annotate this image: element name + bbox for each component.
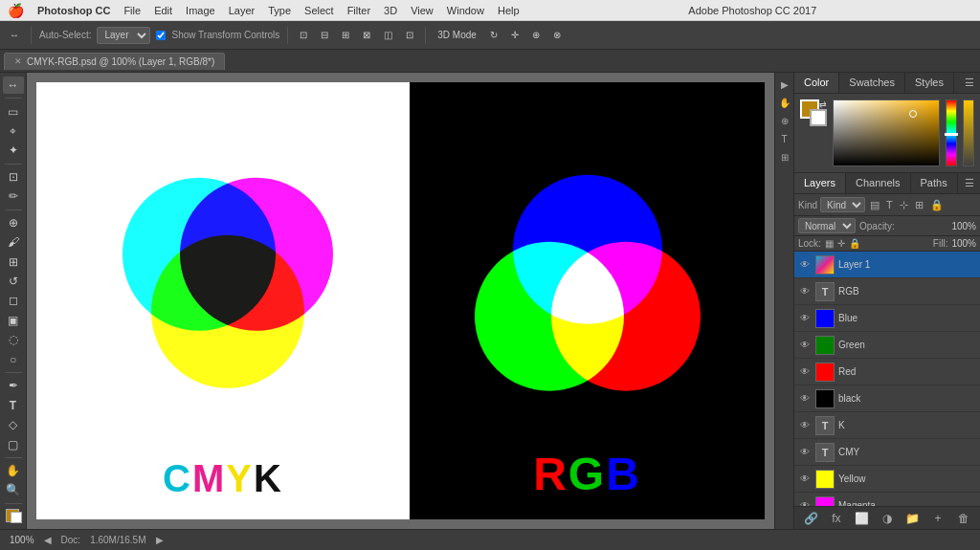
show-transform-checkbox[interactable] [156,31,166,40]
color-picker-dot[interactable] [909,110,917,118]
panel-arrow-3[interactable]: ⊕ [777,113,792,128]
layer-visibility-toggle[interactable]: 👁 [798,392,812,406]
fill-value[interactable]: 100% [951,238,976,249]
tool-crop[interactable]: ⊡ [3,168,24,186]
canvas-area[interactable]: .cmyk-circle { mix-blend-mode: multiply;… [27,73,774,529]
tool-wand[interactable]: ✦ [3,142,24,159]
layer-icon-1[interactable]: ▤ [868,198,881,212]
layer-fx-btn[interactable]: fx [828,510,845,527]
tool-pen[interactable]: ✒ [3,377,24,394]
layer-icon-2[interactable]: T [884,198,895,211]
tool-hand[interactable]: ✋ [3,462,24,479]
layer-row[interactable]: 👁Layer 1 [794,252,980,278]
layer-group-btn[interactable]: 📁 [904,510,922,527]
layer-visibility-toggle[interactable]: 👁 [798,499,812,507]
layer-delete-btn[interactable]: 🗑 [955,510,972,527]
layer-row[interactable]: 👁TRGB [794,278,980,305]
tool-path[interactable]: ◇ [3,416,24,433]
background-swatch[interactable] [810,109,827,126]
status-next-arrow[interactable]: ▶ [156,535,164,545]
tool-eyedropper[interactable]: ✏ [3,187,24,205]
layer-visibility-toggle[interactable]: 👁 [798,258,812,272]
tool-brush[interactable]: 🖌 [3,233,24,251]
alpha-strip[interactable] [963,99,974,166]
apple-menu[interactable]: 🍎 [8,3,24,18]
layer-row[interactable]: 👁Yellow [794,466,980,493]
color-panel-menu[interactable]: ☰ [959,73,980,93]
pan-btn[interactable]: ✛ [507,28,523,42]
layer-icon-5[interactable]: 🔒 [928,198,946,212]
layer-adj-btn[interactable]: ◑ [879,510,896,527]
menu-edit[interactable]: Edit [154,5,172,16]
layer-row[interactable]: 👁Red [794,359,980,385]
canvas-rgb[interactable]: .rgb-circle { mix-blend-mode: screen; } … [410,82,765,519]
3d-mode-btn[interactable]: 3D Mode [434,28,480,42]
tab-channels[interactable]: Channels [846,173,910,193]
align-btn-1[interactable]: ⊡ [296,28,311,42]
blend-mode-select[interactable]: Normal Dissolve Multiply Screen [798,218,856,233]
tool-history[interactable]: ↺ [3,273,24,290]
layer-icon-4[interactable]: ⊞ [913,198,925,212]
layer-row[interactable]: 👁Blue [794,305,980,332]
lock-all-icon[interactable]: 🔒 [849,238,860,249]
panel-arrow-1[interactable]: ▶ [777,77,792,92]
orbit-btn[interactable]: ⊗ [549,28,565,42]
tab-paths[interactable]: Paths [911,173,958,193]
layer-visibility-toggle[interactable]: 👁 [798,285,812,298]
menu-layer[interactable]: Layer [229,5,256,16]
align-btn-6[interactable]: ⊡ [402,28,417,42]
auto-select-dropdown[interactable]: Layer Group [97,27,150,44]
menu-image[interactable]: Image [186,5,215,16]
menu-file[interactable]: File [123,5,141,16]
menu-view[interactable]: View [411,5,434,16]
tool-shape[interactable]: ▢ [3,435,24,452]
toolbar-move-tool[interactable]: ↔ [6,28,23,42]
tool-blur[interactable]: ◌ [3,331,24,348]
tool-zoom-tool[interactable]: 🔍 [3,481,24,498]
layer-kind-select[interactable]: Kind [820,197,865,212]
layer-row[interactable]: 👁TK [794,412,980,439]
tab-swatches[interactable]: Swatches [839,73,905,93]
tool-heal[interactable]: ⊕ [3,213,24,231]
tab-close[interactable]: ✕ [14,56,22,66]
tool-marquee[interactable]: ▭ [3,102,24,120]
tool-lasso[interactable]: ⌖ [3,122,24,140]
layer-visibility-toggle[interactable]: 👁 [798,365,812,379]
layer-visibility-toggle[interactable]: 👁 [798,312,812,325]
layer-mask-btn[interactable]: ⬜ [853,510,870,527]
rotate-btn[interactable]: ↻ [486,28,501,42]
hue-strip[interactable] [946,99,957,166]
align-btn-4[interactable]: ⊠ [359,28,374,42]
menu-window[interactable]: Window [447,5,484,16]
menu-type[interactable]: Type [268,5,291,16]
menu-help[interactable]: Help [498,5,520,16]
menu-select[interactable]: Select [304,5,334,16]
align-btn-5[interactable]: ◫ [380,28,396,42]
hue-slider[interactable] [945,133,958,136]
align-btn-2[interactable]: ⊟ [317,28,332,42]
layer-visibility-toggle[interactable]: 👁 [798,446,812,459]
layer-visibility-toggle[interactable]: 👁 [798,339,812,352]
layer-row[interactable]: 👁TCMY [794,439,980,466]
foreground-color[interactable] [3,507,24,524]
tool-text[interactable]: T [3,396,24,413]
panel-arrow-4[interactable]: T [777,131,792,146]
layer-visibility-toggle[interactable]: 👁 [798,419,812,432]
layers-panel-menu[interactable]: ☰ [959,173,980,193]
status-prev-arrow[interactable]: ◀ [44,535,52,545]
panel-arrow-5[interactable]: ⊞ [777,149,792,165]
menu-filter[interactable]: Filter [347,5,370,16]
layer-row[interactable]: 👁Magenta [794,493,980,506]
layer-row[interactable]: 👁Green [794,332,980,359]
tool-dodge[interactable]: ○ [3,351,24,368]
layer-icon-3[interactable]: ⊹ [898,198,910,212]
layer-link-btn[interactable]: 🔗 [802,510,819,527]
document-tab[interactable]: ✕ CMYK-RGB.psd @ 100% (Layer 1, RGB/8*) [4,53,225,70]
tool-eraser[interactable]: ◻ [3,292,24,309]
color-gradient[interactable] [833,99,940,166]
menu-3d[interactable]: 3D [384,5,397,16]
tool-move[interactable]: ↔ [3,77,24,94]
panel-arrow-2[interactable]: ✋ [777,95,792,110]
canvas-cmyk[interactable]: .cmyk-circle { mix-blend-mode: multiply;… [36,82,410,519]
tab-layers[interactable]: Layers [794,173,846,193]
